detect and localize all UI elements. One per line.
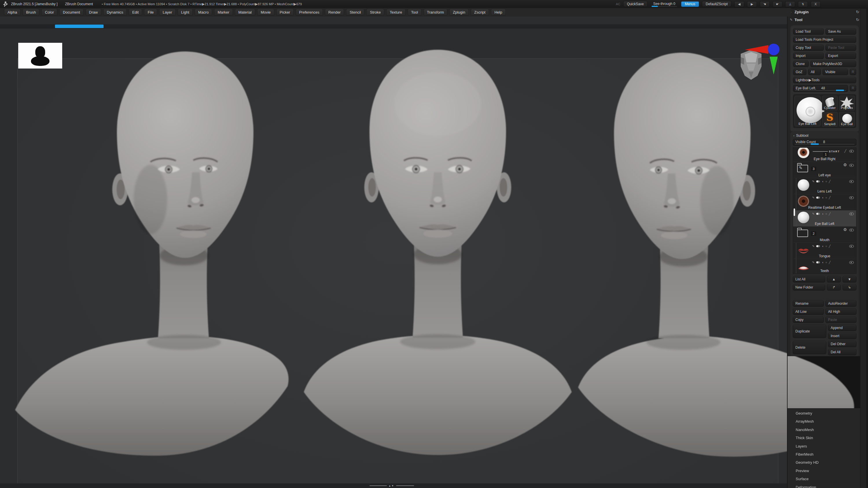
section-deformation[interactable]: Deformation <box>791 483 858 488</box>
menu-picker[interactable]: Picker <box>276 9 294 15</box>
export-button[interactable]: Export <box>826 53 856 59</box>
section-nanomesh[interactable]: NanoMesh <box>791 426 858 434</box>
load-tools-from-project-button[interactable]: Load Tools From Project <box>793 36 856 43</box>
menu-document[interactable]: Document <box>59 9 83 15</box>
document-canvas[interactable] <box>18 58 778 488</box>
section-arraymesh[interactable]: ArrayMesh <box>791 418 858 426</box>
menu-stencil[interactable]: Stencil <box>346 9 364 15</box>
gizmo-x-axis[interactable] <box>745 45 769 54</box>
menu-draw[interactable]: Draw <box>86 9 101 15</box>
active-tool-slider[interactable]: Eye Ball Left. 48 <box>793 85 848 92</box>
default-zscript-button[interactable]: DefaultZScript <box>702 1 732 7</box>
goz-all-button[interactable]: All <box>808 69 821 75</box>
tray-divider[interactable] <box>787 8 787 488</box>
subtool-row-eye-ball-left-selected[interactable]: ✎ ◖ ○ ╱ Eye Ball Left <box>793 210 856 227</box>
simplebrush-tool-thumbnail[interactable]: S Simple8 <box>822 112 838 127</box>
uv-half-icon[interactable]: ◖ <box>822 196 824 199</box>
menu-layer[interactable]: Layer <box>159 9 176 15</box>
uv-ring-icon[interactable]: ○ <box>825 212 827 216</box>
menu-color[interactable]: Color <box>41 9 57 15</box>
section-fibermesh[interactable]: FiberMesh <box>791 450 858 458</box>
move-up-button[interactable]: ▲ <box>827 276 841 283</box>
pencil-slash-icon[interactable]: ╱ <box>844 149 846 153</box>
pencil-slash-icon[interactable]: ╱ <box>829 261 830 264</box>
menu-dynamics[interactable]: Dynamics <box>103 9 127 15</box>
colorize-pill-icon[interactable] <box>816 181 820 183</box>
subtool-row-lens-left[interactable]: ✎ ◖ ○ ╱ Lens Left <box>793 178 856 194</box>
list-all-button[interactable]: List All <box>793 276 825 283</box>
see-through-slider[interactable]: See-through 0 <box>650 1 678 7</box>
visibility-eye-icon[interactable] <box>849 213 854 216</box>
visibility-eye-icon[interactable] <box>849 245 854 248</box>
gizmo-origin[interactable] <box>768 44 779 55</box>
visibility-eye-icon[interactable] <box>849 164 854 167</box>
clone-button[interactable]: Clone <box>793 61 809 67</box>
menu-alpha[interactable]: Alpha <box>4 9 21 15</box>
menu-transform[interactable]: Transform <box>424 9 447 15</box>
all-high-button[interactable]: All High <box>826 308 857 315</box>
paste-subtool-button[interactable]: Paste <box>826 317 857 323</box>
visible-count-handle[interactable] <box>811 143 819 145</box>
visibility-eye-icon[interactable] <box>849 150 854 153</box>
move-down-button[interactable]: ▼ <box>842 276 857 283</box>
menu-brush[interactable]: Brush <box>23 9 39 15</box>
uv-half-icon[interactable]: ◖ <box>822 261 824 264</box>
zplugin-reload-icon[interactable]: ↻ <box>856 9 859 14</box>
menu-zscript[interactable]: Zscript <box>471 9 489 15</box>
menu-marker[interactable]: Marker <box>214 9 232 15</box>
all-low-button[interactable]: All Low <box>793 308 824 315</box>
colorize-pill-icon[interactable] <box>816 213 820 215</box>
menu-stroke[interactable]: Stroke <box>366 9 384 15</box>
folder-gear-icon[interactable]: ⚙ <box>843 227 847 232</box>
paste-tool-button[interactable]: Paste Tool <box>826 44 856 51</box>
pencil-slash-icon[interactable]: ╱ <box>829 212 830 216</box>
make-polymesh3d-button[interactable]: Make PolyMesh3D <box>810 61 856 67</box>
section-thick-skin[interactable]: Thick Skin <box>791 434 858 442</box>
duplicate-button[interactable]: Duplicate <box>793 325 826 338</box>
uv-ring-icon[interactable]: ○ <box>825 196 827 199</box>
menus-toggle-button[interactable]: Menus <box>681 1 699 7</box>
colorize-pill-icon[interactable] <box>816 261 820 263</box>
polypaint-icon[interactable]: ✎ <box>812 261 814 264</box>
save-as-button[interactable]: Save As <box>826 28 856 35</box>
tray-collapse-icon[interactable]: ▼ <box>392 485 394 487</box>
right-tray-toggle-icon[interactable]: ▶ <box>747 1 757 7</box>
colorize-pill-icon[interactable] <box>816 245 820 247</box>
uv-half-icon[interactable]: ◖ <box>822 212 824 216</box>
subtool-scroll-marker[interactable] <box>794 208 795 216</box>
visible-count-slider[interactable]: Visible Count 8 <box>793 139 857 146</box>
visibility-eye-icon[interactable] <box>849 180 854 183</box>
goz-button[interactable]: GoZ <box>793 69 806 75</box>
subtool-section-header[interactable]: ▪ Subtool <box>793 133 857 139</box>
insert-button[interactable]: Insert <box>828 333 857 339</box>
del-other-button[interactable]: Del Other <box>828 341 857 347</box>
copy-tool-button[interactable]: Copy Tool <box>793 44 824 51</box>
menu-render[interactable]: Render <box>325 9 344 15</box>
axis-gizmo[interactable] <box>738 43 782 77</box>
visibility-eye-icon[interactable] <box>849 261 854 264</box>
hand-right-icon[interactable]: ☛ <box>773 1 782 7</box>
uv-ring-icon[interactable]: ○ <box>825 180 827 183</box>
polypaint-icon[interactable]: ✎ <box>812 245 814 248</box>
bottom-divider-line[interactable] <box>396 485 414 486</box>
polypaint-icon[interactable]: ✎ <box>812 196 814 199</box>
eyeball-tool-thumbnail[interactable]: Eye Ball <box>839 112 855 127</box>
subtool-row-realtime-eyeball-left[interactable]: ✎ ◖ ○ ╱ Realtime Eyeball Left <box>793 194 856 210</box>
hand-left-icon[interactable]: ☚ <box>760 1 770 7</box>
autoreorder-button[interactable]: AutoReorder <box>826 300 857 307</box>
pencil-slash-icon[interactable]: ╱ <box>829 196 830 199</box>
section-surface[interactable]: Surface <box>791 475 858 483</box>
del-all-button[interactable]: Del All <box>828 349 857 355</box>
folder-gear-icon[interactable]: ⚙ <box>843 162 847 167</box>
bottom-tray-toggle[interactable]: ▲▼ <box>389 485 394 487</box>
gizmo-y-axis[interactable] <box>770 57 778 74</box>
menu-macro[interactable]: Macro <box>195 9 212 15</box>
menu-movie[interactable]: Movie <box>257 9 274 15</box>
cylinder-tool-thumbnail[interactable]: Cylinder <box>822 96 838 110</box>
tool-palette-header[interactable]: ✎ Tool ↻ <box>790 18 859 22</box>
load-tool-button[interactable]: Load Tool <box>793 28 824 35</box>
move-into-folder-button[interactable]: ↳ <box>842 284 857 291</box>
menu-texture[interactable]: Texture <box>386 9 406 15</box>
polypaint-icon[interactable]: ✎ <box>812 212 814 216</box>
uv-ring-icon[interactable]: ○ <box>825 245 827 248</box>
